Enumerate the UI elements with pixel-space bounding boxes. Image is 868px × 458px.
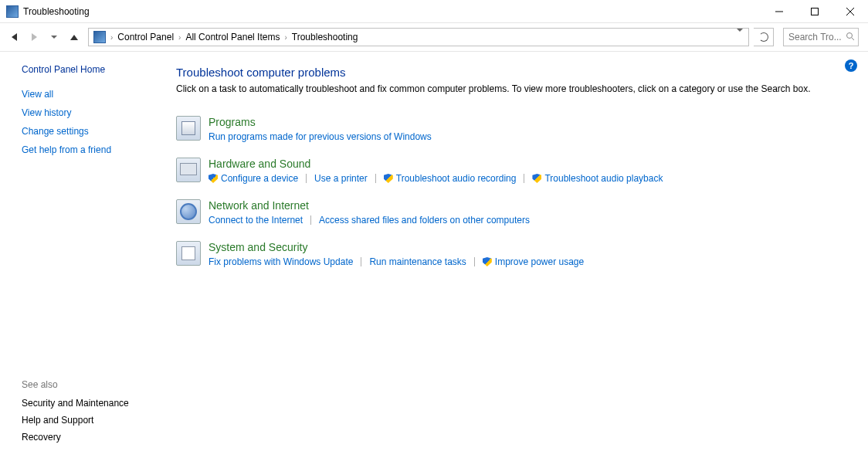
task-link[interactable]: Configure a device [209, 173, 298, 184]
search-input[interactable] [787, 31, 846, 43]
shield-icon [384, 174, 393, 183]
help-icon[interactable]: ? [845, 59, 857, 72]
sidebar-link-view-all[interactable]: View all [22, 89, 153, 100]
app-icon [6, 5, 19, 18]
svg-rect-1 [812, 8, 819, 15]
shield-icon [209, 174, 218, 183]
task-label: Fix problems with Windows Update [209, 256, 353, 267]
category-title[interactable]: System and Security [209, 241, 846, 253]
close-button[interactable] [832, 0, 868, 23]
category: Hardware and SoundConfigure a deviceUse … [176, 158, 846, 184]
see-also-recovery[interactable]: Recovery [22, 432, 153, 443]
task-label: Use a printer [314, 173, 368, 184]
sidebar-link-change-settings[interactable]: Change settings [22, 126, 153, 137]
task-link[interactable]: Access shared files and folders on other… [319, 215, 530, 226]
separator [310, 215, 311, 225]
see-also-help[interactable]: Help and Support [22, 415, 153, 426]
chevron-right-icon[interactable]: › [109, 33, 114, 42]
sidebar-link-view-history[interactable]: View history [22, 107, 153, 118]
separator [474, 257, 475, 266]
task-link[interactable]: Use a printer [314, 173, 368, 184]
category-title[interactable]: Hardware and Sound [209, 158, 846, 170]
main-content: ? Troubleshoot computer problems Click o… [162, 52, 868, 458]
task-label: Connect to the Internet [209, 215, 303, 226]
separator [375, 174, 376, 183]
arrow-left-icon [12, 33, 17, 41]
chevron-down-icon [51, 36, 57, 39]
system-icon [176, 241, 201, 266]
separator [524, 174, 524, 183]
address-icon [93, 31, 106, 43]
breadcrumb-item[interactable]: Control Panel [114, 32, 177, 42]
address-bar[interactable]: › Control Panel › All Control Panel Item… [88, 28, 749, 46]
category-title[interactable]: Network and Internet [209, 199, 846, 212]
task-list: Run programs made for previous versions … [209, 131, 846, 142]
search-box[interactable] [783, 28, 859, 46]
forward-button[interactable] [25, 28, 43, 46]
task-label: Improve power usage [495, 256, 584, 267]
page-subtitle: Click on a task to automatically trouble… [176, 83, 846, 94]
task-link[interactable]: Run maintenance tasks [369, 256, 466, 267]
task-link[interactable]: Connect to the Internet [209, 215, 303, 226]
maximize-button[interactable] [797, 0, 832, 23]
refresh-button[interactable] [754, 28, 774, 46]
arrow-up-icon [70, 35, 78, 40]
task-list: Fix problems with Windows UpdateRun main… [209, 256, 846, 267]
sidebar: Control Panel Home View all View history… [0, 52, 162, 458]
task-label: Access shared files and folders on other… [319, 215, 530, 226]
arrow-right-icon [32, 33, 37, 41]
task-link[interactable]: Troubleshoot audio recording [384, 173, 517, 184]
window-title: Troubleshooting [23, 6, 90, 17]
shield-icon [532, 174, 541, 183]
hardware-icon [176, 158, 201, 182]
svg-point-4 [847, 32, 853, 38]
see-also-security[interactable]: Security and Maintenance [22, 398, 153, 409]
task-link[interactable]: Fix problems with Windows Update [209, 256, 353, 267]
task-label: Run maintenance tasks [369, 256, 466, 267]
task-label: Run programs made for previous versions … [209, 131, 432, 142]
task-label: Troubleshoot audio recording [396, 173, 517, 184]
search-icon[interactable] [846, 32, 855, 43]
network-icon [176, 199, 201, 224]
shield-icon [483, 257, 492, 266]
category: Network and InternetConnect to the Inter… [176, 199, 846, 226]
task-list: Connect to the InternetAccess shared fil… [209, 215, 846, 226]
separator [306, 174, 307, 183]
chevron-down-icon [737, 29, 743, 42]
task-list: Configure a deviceUse a printerTroublesh… [209, 173, 846, 184]
refresh-icon [759, 32, 768, 42]
title-bar: Troubleshooting [0, 0, 868, 23]
category: System and SecurityFix problems with Win… [176, 241, 846, 267]
category: ProgramsRun programs made for previous v… [176, 116, 846, 142]
address-dropdown[interactable] [733, 32, 747, 42]
programs-icon [176, 116, 201, 141]
up-button[interactable] [65, 28, 83, 46]
navigation-bar: › Control Panel › All Control Panel Item… [0, 23, 868, 51]
svg-line-5 [852, 38, 854, 40]
task-link[interactable]: Troubleshoot audio playback [532, 173, 663, 184]
chevron-right-icon[interactable]: › [177, 33, 182, 42]
task-label: Configure a device [221, 173, 298, 184]
see-also-heading: See also [22, 379, 153, 390]
recent-dropdown[interactable] [45, 28, 63, 46]
task-link[interactable]: Run programs made for previous versions … [209, 131, 432, 142]
sidebar-link-get-help[interactable]: Get help from a friend [22, 144, 153, 155]
breadcrumb-item[interactable]: All Control Panel Items [182, 32, 283, 42]
category-title[interactable]: Programs [209, 116, 846, 128]
page-heading: Troubleshoot computer problems [176, 66, 846, 79]
minimize-button[interactable] [761, 0, 797, 23]
breadcrumb-item[interactable]: Troubleshooting [289, 32, 361, 42]
chevron-right-icon[interactable]: › [283, 33, 288, 42]
back-button[interactable] [5, 28, 23, 46]
control-panel-home-link[interactable]: Control Panel Home [22, 64, 153, 75]
separator [361, 257, 361, 266]
task-link[interactable]: Improve power usage [483, 256, 584, 267]
task-label: Troubleshoot audio playback [544, 173, 663, 184]
